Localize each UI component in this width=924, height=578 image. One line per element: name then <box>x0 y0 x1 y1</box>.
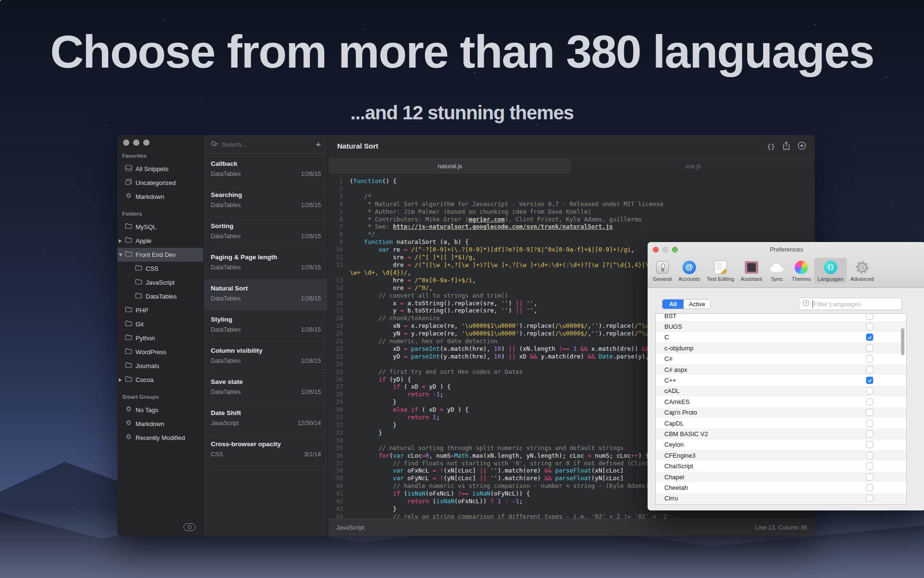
language-checkbox[interactable] <box>866 420 873 427</box>
language-checkbox[interactable] <box>866 345 873 352</box>
sidebar-item-wordpress[interactable]: WordPress <box>117 345 203 359</box>
language-checkbox[interactable] <box>866 355 873 362</box>
sidebar-item-python[interactable]: Python <box>117 331 203 345</box>
language-checkbox[interactable] <box>866 313 873 320</box>
language-row[interactable]: C++ <box>656 375 906 385</box>
snippet-row[interactable]: StylingDataTables1/26/15 <box>204 311 328 342</box>
language-checkbox[interactable] <box>866 409 873 416</box>
language-list[interactable]: BSTBUGSCc-objdumpC#C# aspxC++cADLCAmkESC… <box>655 313 907 505</box>
language-row[interactable]: C <box>656 332 906 343</box>
language-row[interactable]: ChaiScript <box>656 461 906 471</box>
language-checkbox[interactable] <box>866 474 873 481</box>
sidebar-item-recently-modified[interactable]: Recently Modified <box>117 431 203 445</box>
sidebar-item-uncategorized[interactable]: Uncategorized <box>117 176 203 190</box>
language-checkbox[interactable] <box>866 387 873 394</box>
language-row[interactable]: Cap'n Proto <box>656 407 906 418</box>
line-number: 36 <box>329 452 350 460</box>
disclosure-triangle[interactable] <box>119 378 122 382</box>
language-scope-segmented-control[interactable]: All Active <box>662 299 711 309</box>
language-checkbox[interactable] <box>866 484 873 491</box>
language-row[interactable]: cADL <box>656 386 906 396</box>
sidebar-item-mysql[interactable]: MySQL <box>117 220 203 234</box>
snippet-row[interactable]: Cross-browser opacityCSS3/1/14 <box>204 435 328 466</box>
sidebar-item-php[interactable]: PHP <box>117 303 203 317</box>
new-snippet-icon[interactable] <box>798 141 806 152</box>
language-checkbox[interactable] <box>866 452 873 459</box>
sidebar-item-css[interactable]: CSS <box>117 262 203 276</box>
language-row[interactable]: Cirru <box>656 493 906 504</box>
status-language[interactable]: JavaScript <box>336 524 364 531</box>
window-controls[interactable] <box>123 139 149 146</box>
editor-tab-natural-js[interactable]: natural.js <box>329 159 572 174</box>
language-braces-icon[interactable]: {} <box>767 143 775 150</box>
language-checkbox[interactable] <box>866 377 873 384</box>
language-checkbox[interactable] <box>866 495 873 502</box>
language-row[interactable]: CapDL <box>656 418 906 428</box>
snippet-row[interactable]: Date ShiftJavaScript12/30/14 <box>204 404 328 435</box>
sidebar-item-front-end-dev[interactable]: Front End Dev <box>117 248 203 262</box>
language-checkbox[interactable] <box>866 430 873 438</box>
sidebar-item-javascript[interactable]: JavaScript <box>117 276 203 289</box>
sidebar-item-git[interactable]: Git <box>117 317 203 331</box>
prefs-tab-assistant[interactable]: Assistant <box>737 258 765 283</box>
language-row[interactable]: Chapel <box>656 472 906 482</box>
language-row[interactable]: BUGS <box>656 321 906 332</box>
disclosure-triangle[interactable] <box>119 239 122 243</box>
sidebar-item-label: Markdown <box>136 417 164 431</box>
language-checkbox[interactable] <box>866 334 873 341</box>
prefs-tab-langs[interactable]: {}Languages <box>814 258 847 283</box>
segment-all[interactable]: All <box>662 300 684 309</box>
prefs-tab-textedit[interactable]: Text Editing <box>703 258 737 283</box>
language-checkbox[interactable] <box>866 462 873 470</box>
language-row[interactable]: Cheetah <box>656 482 906 493</box>
prefs-tab-accounts[interactable]: @Accounts <box>675 258 703 283</box>
scrollbar-thumb[interactable] <box>901 328 904 355</box>
language-checkbox[interactable] <box>866 366 873 373</box>
sidebar-item-datatables[interactable]: DataTables <box>117 289 203 303</box>
sidebar-item-journals[interactable]: Journals <box>117 359 203 373</box>
editor-tab-use-js[interactable]: use.js <box>572 159 815 174</box>
segment-active[interactable]: Active <box>684 300 710 309</box>
language-checkbox[interactable] <box>866 323 873 330</box>
prefs-tab-advanced[interactable]: Advanced <box>847 258 877 283</box>
sidebar-item-cocoa[interactable]: Cocoa <box>117 373 203 387</box>
sidebar-item-apple[interactable]: Apple <box>117 234 203 248</box>
snippet-row[interactable]: Save stateDataTables1/26/15 <box>204 373 328 404</box>
disclosure-triangle[interactable] <box>119 254 123 256</box>
snippet-row[interactable]: Column visibilityDataTables1/26/15 <box>204 342 328 373</box>
language-row[interactable]: c-objdump <box>656 343 906 353</box>
snippet-row-date: 3/1/14 <box>304 451 321 458</box>
language-row[interactable]: CBM BASIC V2 <box>656 428 906 439</box>
share-icon[interactable] <box>783 141 790 152</box>
sidebar-item-markdown[interactable]: Markdown <box>117 190 203 204</box>
toggle-sidebar-icon[interactable] <box>183 523 195 531</box>
language-row[interactable]: BST <box>656 313 906 321</box>
language-checkbox[interactable] <box>866 441 873 448</box>
prefs-tab-sync[interactable]: Sync <box>765 258 788 283</box>
snippet-row[interactable]: SortingDataTables1/26/15 <box>204 217 328 248</box>
snippet-row[interactable]: SearchingDataTables1/26/15 <box>204 186 328 217</box>
sidebar-item-all-snippets[interactable]: All Snippets <box>117 162 203 176</box>
minimize-button[interactable] <box>133 139 139 146</box>
prefs-tab-general[interactable]: General <box>650 258 675 283</box>
prefs-tab-themes[interactable]: Themes <box>788 258 814 283</box>
filter-languages-field[interactable]: Filter Languages <box>799 298 902 310</box>
snippet-row[interactable]: Paging & Page lengthDataTables1/26/15 <box>204 248 328 279</box>
language-row[interactable]: CFEngine3 <box>656 450 906 461</box>
language-row[interactable]: Ceylon <box>656 439 906 450</box>
add-snippet-button[interactable]: + <box>316 139 321 150</box>
language-checkbox[interactable] <box>866 398 873 405</box>
close-button[interactable] <box>123 139 129 146</box>
sidebar-item-markdown[interactable]: Markdown <box>117 417 203 431</box>
language-row[interactable]: C# <box>656 354 906 364</box>
language-row[interactable]: C# aspx <box>656 364 906 375</box>
sidebar-item-no-tags[interactable]: No Tags <box>117 403 203 417</box>
language-name: C# <box>664 355 673 362</box>
snippet-row[interactable]: CallbackDataTables1/26/15 <box>204 155 328 186</box>
zoom-button[interactable] <box>143 139 149 146</box>
search-bar[interactable]: Search... + <box>204 135 328 154</box>
snippet-row[interactable]: Natural SortDataTables1/26/15 <box>204 279 328 311</box>
language-row[interactable]: CAmkES <box>656 396 906 407</box>
sidebar-item-label: All Snippets <box>136 162 169 176</box>
search-input[interactable]: Search... <box>222 141 316 148</box>
